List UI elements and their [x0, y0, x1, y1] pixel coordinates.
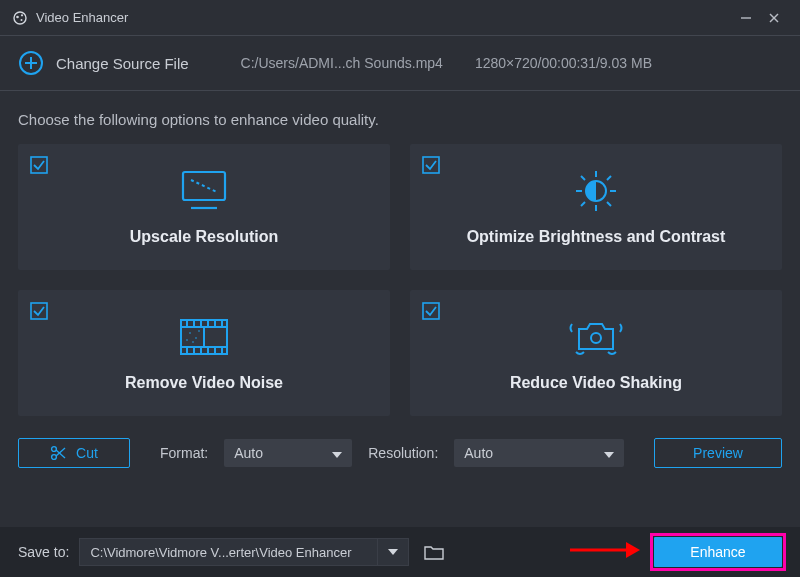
format-label: Format: [160, 445, 208, 461]
card-label: Remove Video Noise [125, 374, 283, 392]
svg-line-13 [191, 180, 217, 192]
svg-point-0 [14, 12, 26, 24]
brightness-icon [569, 168, 623, 214]
svg-point-42 [195, 337, 197, 339]
controls-row: Cut Format: Auto Resolution: Auto Previe… [0, 416, 800, 468]
svg-rect-24 [31, 303, 47, 319]
cut-label: Cut [76, 445, 98, 461]
change-source-link[interactable]: Change Source File [56, 55, 189, 72]
source-info: 1280×720/00:00:31/9.03 MB [475, 55, 652, 71]
app-title: Video Enhancer [36, 10, 732, 25]
checkbox-icon[interactable] [422, 156, 440, 174]
svg-point-45 [186, 339, 188, 341]
svg-point-43 [192, 341, 194, 343]
svg-line-23 [581, 202, 585, 206]
monitor-icon [177, 168, 231, 214]
chevron-down-icon [332, 445, 342, 461]
app-logo-icon [12, 10, 28, 26]
cut-button[interactable]: Cut [18, 438, 130, 468]
format-select[interactable]: Auto [224, 439, 352, 467]
svg-point-1 [16, 15, 19, 18]
svg-point-41 [189, 332, 191, 334]
svg-point-47 [591, 333, 601, 343]
footer: Save to: C:\Vidmore\Vidmore V...erter\Vi… [0, 527, 800, 577]
scissors-icon [50, 445, 66, 461]
card-upscale-resolution[interactable]: Upscale Resolution [18, 144, 390, 270]
minimize-button[interactable] [732, 4, 760, 32]
svg-line-21 [607, 202, 611, 206]
option-cards: Upscale Resolution Optimize Brightness a… [0, 138, 800, 416]
preview-button[interactable]: Preview [654, 438, 782, 468]
add-source-icon[interactable] [18, 50, 44, 76]
card-remove-noise[interactable]: Remove Video Noise [18, 290, 390, 416]
save-path-dropdown[interactable] [378, 549, 408, 555]
svg-rect-10 [31, 157, 47, 173]
card-reduce-shaking[interactable]: Reduce Video Shaking [410, 290, 782, 416]
browse-folder-button[interactable] [419, 538, 449, 566]
card-label: Upscale Resolution [130, 228, 278, 246]
svg-point-49 [52, 455, 57, 460]
save-path-field[interactable]: C:\Vidmore\Vidmore V...erter\Video Enhan… [79, 538, 409, 566]
card-label: Optimize Brightness and Contrast [467, 228, 726, 246]
checkbox-icon[interactable] [30, 156, 48, 174]
svg-line-22 [607, 176, 611, 180]
folder-icon [424, 544, 444, 560]
format-value: Auto [234, 445, 263, 461]
description-text: Choose the following options to enhance … [0, 91, 800, 138]
chevron-down-icon [604, 445, 614, 461]
source-path: C:/Users/ADMI...ch Sounds.mp4 [241, 55, 443, 71]
resolution-select[interactable]: Auto [454, 439, 624, 467]
enhance-button[interactable]: Enhance [654, 537, 782, 567]
svg-point-44 [198, 330, 200, 332]
filmstrip-icon [177, 314, 231, 360]
svg-point-3 [21, 19, 23, 21]
titlebar: Video Enhancer [0, 0, 800, 36]
preview-label: Preview [693, 445, 743, 461]
camera-shake-icon [566, 314, 626, 360]
save-to-label: Save to: [18, 544, 69, 560]
card-optimize-brightness[interactable]: Optimize Brightness and Contrast [410, 144, 782, 270]
svg-rect-46 [423, 303, 439, 319]
svg-line-20 [581, 176, 585, 180]
resolution-label: Resolution: [368, 445, 438, 461]
svg-rect-14 [423, 157, 439, 173]
close-button[interactable] [760, 4, 788, 32]
svg-point-48 [52, 447, 57, 452]
enhance-label: Enhance [690, 544, 745, 560]
save-path-text: C:\Vidmore\Vidmore V...erter\Video Enhan… [80, 545, 377, 560]
checkbox-icon[interactable] [422, 302, 440, 320]
resolution-value: Auto [464, 445, 493, 461]
svg-point-2 [21, 14, 23, 16]
source-row: Change Source File C:/Users/ADMI...ch So… [0, 36, 800, 91]
card-label: Reduce Video Shaking [510, 374, 682, 392]
chevron-down-icon [388, 549, 398, 555]
checkbox-icon[interactable] [30, 302, 48, 320]
